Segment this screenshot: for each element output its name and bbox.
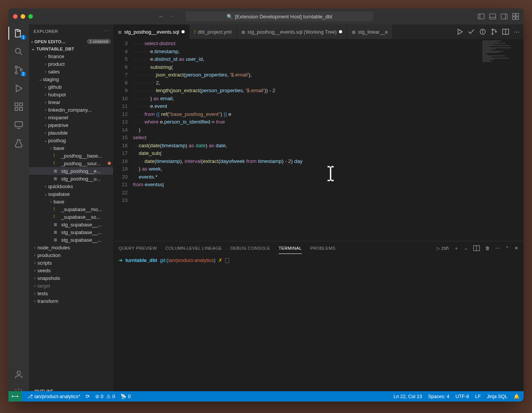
- nav-forward-icon[interactable]: →: [169, 13, 175, 20]
- layout-panel-icon[interactable]: [489, 13, 496, 20]
- maximize-panel-icon[interactable]: ⌃: [505, 246, 509, 251]
- branch-status[interactable]: ⎇ ian/product-analytics*: [27, 393, 80, 399]
- panel-tab[interactable]: TERMINAL: [279, 243, 302, 254]
- folder-item[interactable]: ›scripts: [29, 259, 113, 267]
- terminal-dropdown-icon[interactable]: ⌄: [464, 246, 468, 251]
- svg-rect-0: [478, 14, 484, 19]
- folder-item[interactable]: ›mixpanel: [29, 114, 113, 121]
- panel-tab[interactable]: DEBUG CONSOLE: [230, 243, 270, 254]
- folder-item[interactable]: ›base: [29, 198, 113, 205]
- editor[interactable]: 34567891011121314151617181920212223 ····…: [113, 39, 524, 241]
- folder-item[interactable]: ›github: [29, 83, 113, 91]
- folder-item[interactable]: ›linear: [29, 98, 113, 106]
- branch-icon[interactable]: [491, 28, 498, 35]
- command-center[interactable]: 🔍 [Extension Development Host] turntable…: [186, 11, 373, 21]
- folder-item[interactable]: ›linkedin_company...: [29, 106, 113, 114]
- file-item[interactable]: !_supabase__so...: [29, 213, 113, 221]
- encoding-status[interactable]: UTF-8: [456, 394, 469, 399]
- new-terminal-icon[interactable]: ＋: [454, 245, 459, 252]
- source-control-icon[interactable]: 2: [14, 65, 24, 75]
- testing-icon[interactable]: [14, 138, 24, 148]
- panel-tab[interactable]: PROBLEMS: [310, 243, 336, 254]
- folder-item[interactable]: ›quickbooks: [29, 182, 113, 190]
- split-editor-icon[interactable]: [502, 28, 509, 35]
- folder-item[interactable]: ›finance: [29, 52, 113, 60]
- nav-back-icon[interactable]: ←: [158, 13, 164, 20]
- split-terminal-icon[interactable]: [473, 245, 480, 252]
- folder-item[interactable]: ›snapshots: [29, 274, 113, 282]
- maximize-window-button[interactable]: [28, 14, 33, 19]
- modified-indicator: [108, 162, 111, 165]
- folder-header[interactable]: ⌄TURNTABLE_DBT: [29, 45, 113, 52]
- customize-layout-icon[interactable]: [512, 13, 519, 20]
- notifications-icon[interactable]: 🔔: [514, 393, 520, 399]
- editor-tab[interactable]: ≣stg_posthog__events.sql (Working Tree): [237, 24, 347, 39]
- layout-sidebar-right-icon[interactable]: [501, 13, 508, 20]
- panel-tab[interactable]: COLUMN-LEVEL LINEAGE: [165, 243, 222, 254]
- language-status[interactable]: Jinja SQL: [487, 394, 508, 399]
- tab-more-icon[interactable]: ⋯: [514, 28, 520, 36]
- svg-rect-6: [513, 13, 515, 16]
- kill-terminal-icon[interactable]: 🗑: [485, 246, 490, 251]
- remote-indicator[interactable]: ⟷: [8, 391, 22, 402]
- file-type-icon: !: [54, 214, 60, 220]
- folder-item[interactable]: ›seeds: [29, 267, 113, 274]
- layout-sidebar-left-icon[interactable]: [478, 13, 485, 20]
- folder-item[interactable]: ›production: [29, 251, 113, 259]
- run-icon[interactable]: [456, 28, 463, 35]
- folder-item[interactable]: ⌄posthog: [29, 137, 113, 144]
- terminal[interactable]: ➜ turntable_dbt git:(ian/product-analyti…: [113, 255, 524, 402]
- indentation-status[interactable]: Spaces: 4: [428, 394, 449, 399]
- file-item[interactable]: ≣stg_supabase__...: [29, 228, 113, 236]
- extensions-icon[interactable]: [14, 102, 24, 112]
- file-item[interactable]: ≣stg_posthog__e...: [29, 167, 113, 175]
- svg-rect-20: [15, 122, 23, 127]
- folder-item[interactable]: ›target: [29, 282, 113, 289]
- folder-item[interactable]: ›plausible: [29, 129, 113, 137]
- eol-status[interactable]: LF: [475, 394, 481, 399]
- minimap[interactable]: [482, 41, 521, 83]
- folder-item[interactable]: ⌄staging: [29, 75, 113, 83]
- folder-item[interactable]: ⌄supabase: [29, 190, 113, 198]
- sync-status[interactable]: ⟳: [86, 393, 90, 399]
- folder-item[interactable]: ›product: [29, 60, 113, 68]
- code-content[interactable]: ········select·distinct············e.tim…: [133, 39, 524, 241]
- minimize-window-button[interactable]: [21, 14, 25, 19]
- info-icon[interactable]: [479, 28, 486, 35]
- svg-point-30: [495, 31, 496, 32]
- file-item[interactable]: ≣stg_supabase__...: [29, 221, 113, 228]
- folder-item[interactable]: ›tests: [29, 289, 113, 297]
- folder-item[interactable]: ›transform: [29, 297, 113, 305]
- folder-item[interactable]: ›base: [29, 144, 113, 152]
- run-debug-icon[interactable]: [14, 83, 24, 93]
- ports-status[interactable]: 📡 0: [120, 393, 131, 399]
- check-icon[interactable]: [468, 28, 475, 35]
- folder-item[interactable]: ›hubspot: [29, 91, 113, 98]
- terminal-launch-profile[interactable]: ▷zsh: [437, 246, 449, 251]
- folder-item[interactable]: ›sales: [29, 68, 113, 75]
- remote-explorer-icon[interactable]: [14, 120, 24, 130]
- account-icon[interactable]: [14, 369, 24, 379]
- editor-tab[interactable]: ≣stg_linear__e: [347, 24, 393, 39]
- file-item[interactable]: !_posthog__sour...: [29, 159, 113, 167]
- close-panel-icon[interactable]: ✕: [514, 246, 518, 251]
- editor-tab[interactable]: !dbt_project.yml: [190, 24, 237, 39]
- panel-more-icon[interactable]: ⋯: [495, 246, 500, 251]
- close-window-button[interactable]: [13, 14, 18, 19]
- editor-tab[interactable]: ≣stg_posthog__events.sql: [113, 24, 190, 39]
- folder-item[interactable]: ›node_modules: [29, 244, 113, 251]
- open-editors-header[interactable]: ›OPEN EDITO... 1 unsaved: [29, 38, 113, 45]
- cursor-position[interactable]: Ln 22, Col 13: [394, 394, 422, 399]
- svg-point-10: [15, 48, 20, 53]
- folder-item[interactable]: ›pipedrive: [29, 121, 113, 129]
- activity-bar: 1 2: [8, 24, 29, 402]
- sidebar-more-icon[interactable]: ⋯: [104, 29, 109, 34]
- file-item[interactable]: ≣stg_posthog__u...: [29, 175, 113, 182]
- file-item[interactable]: ≣stg_supabase__...: [29, 236, 113, 244]
- panel-tab[interactable]: QUERY PREVIEW: [118, 243, 157, 254]
- file-item[interactable]: !_posthog__base...: [29, 152, 113, 159]
- file-item[interactable]: !_supabase__mo...: [29, 205, 113, 213]
- problems-status[interactable]: ⊘ 0 ⚠ 0: [95, 393, 115, 399]
- explorer-icon[interactable]: 1: [14, 28, 24, 38]
- search-activity-icon[interactable]: [14, 47, 24, 57]
